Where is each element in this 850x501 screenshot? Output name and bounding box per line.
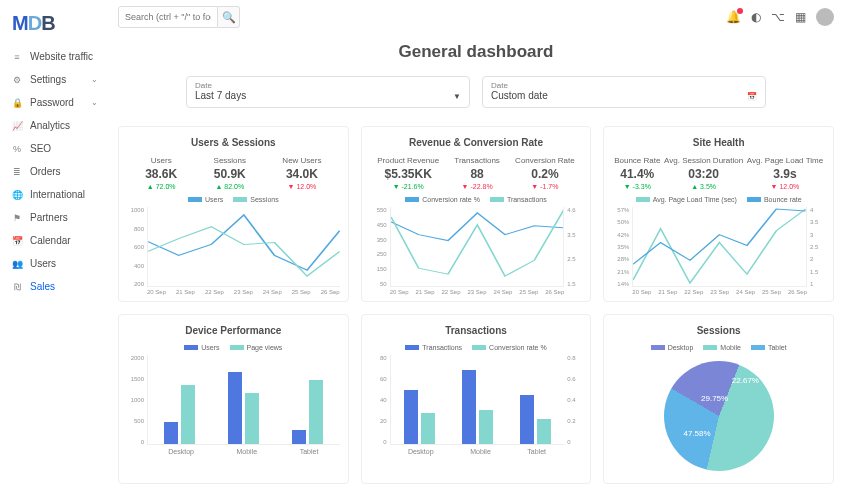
bar-group — [164, 385, 195, 444]
card-users-sessions: Users & Sessions Users38.6K▲ 72.0%Sessio… — [118, 126, 349, 302]
legend-item: Transactions — [490, 196, 547, 203]
card-title: Transactions — [370, 325, 583, 336]
sidebar-item-partners[interactable]: ⚑Partners — [0, 206, 110, 229]
legend-label: Conversion rate % — [489, 344, 547, 351]
date-custom-input[interactable]: Date Custom date 📅 — [482, 76, 766, 108]
grid-icon[interactable]: ▦ — [795, 10, 806, 24]
card-device-performance: Device Performance UsersPage views 20001… — [118, 314, 349, 484]
stat-delta: ▼ -1.7% — [515, 183, 575, 190]
legend-item: Page views — [230, 344, 283, 351]
date-preset-select[interactable]: Date Last 7 days ▼ — [186, 76, 470, 108]
stat-value: 50.9K — [214, 167, 246, 181]
line-chart: 1000800600400200 — [127, 207, 340, 287]
date-filters: Date Last 7 days ▼ Date Custom date 📅 — [186, 76, 766, 108]
bar — [181, 385, 195, 444]
stat-delta: ▼ -22.8% — [454, 183, 500, 190]
avatar[interactable] — [816, 8, 834, 26]
legend-label: Avg. Page Load Time (sec) — [653, 196, 737, 203]
dashboard-grid: Users & Sessions Users38.6K▲ 72.0%Sessio… — [118, 126, 834, 484]
bar — [462, 370, 476, 444]
legend-swatch — [747, 197, 761, 202]
card-sessions-pie: Sessions DesktopMobileTablet 22.67%47.58… — [603, 314, 834, 484]
sidebar-item-sales[interactable]: ₪Sales — [0, 275, 110, 298]
fill-icon[interactable]: ◐ — [751, 10, 761, 24]
card-transactions: Transactions TransactionsConversion rate… — [361, 314, 592, 484]
legend-item: Conversion rate % — [405, 196, 480, 203]
card-title: Revenue & Conversion Rate — [370, 137, 583, 148]
legend-swatch — [188, 197, 202, 202]
calendar-icon: 📅 — [747, 92, 757, 101]
nav-icon: 👥 — [12, 259, 22, 269]
legend-swatch — [405, 197, 419, 202]
sidebar-item-orders[interactable]: ≣Orders — [0, 160, 110, 183]
sidebar-item-label: Analytics — [30, 120, 70, 131]
stat-label: Avg. Session Duration — [664, 156, 743, 165]
search-icon: 🔍 — [222, 11, 236, 24]
bar — [309, 380, 323, 444]
legend-swatch — [230, 345, 244, 350]
legend-label: Transactions — [422, 344, 462, 351]
search: 🔍 — [118, 6, 240, 28]
sidebar-item-website-traffic[interactable]: ≡Website traffic — [0, 45, 110, 68]
stat-value: 3.9s — [747, 167, 823, 181]
sidebar-item-label: Users — [30, 258, 56, 269]
stat: Product Revenue$5.35KK▼ -21.6% — [377, 156, 439, 190]
bar-chart: 806040200 0.80.60.40.20 — [370, 355, 583, 445]
legend-label: Mobile — [720, 344, 741, 351]
sidebar-item-users[interactable]: 👥Users — [0, 252, 110, 275]
legend-label: Page views — [247, 344, 283, 351]
notifications-icon[interactable]: 🔔 — [726, 10, 741, 24]
card-title: Users & Sessions — [127, 137, 340, 148]
nav-icon: 📅 — [12, 236, 22, 246]
chevron-down-icon: ⌄ — [91, 75, 98, 84]
legend-swatch — [233, 197, 247, 202]
legend-label: Users — [201, 344, 219, 351]
sidebar-item-seo[interactable]: %SEO — [0, 137, 110, 160]
logo[interactable]: MDB — [0, 8, 110, 45]
stat: New Users34.0K▼ 12.0% — [282, 156, 321, 190]
stat-value: 03:20 — [664, 167, 743, 181]
sidebar-item-label: Partners — [30, 212, 68, 223]
sidebar-item-label: Settings — [30, 74, 66, 85]
legend-item: Users — [188, 196, 223, 203]
nav-icon: 📈 — [12, 121, 22, 131]
search-button[interactable]: 🔍 — [218, 6, 240, 28]
stat: Bounce Rate41.4%▼ -3.3% — [614, 156, 660, 190]
card-revenue: Revenue & Conversion Rate Product Revenu… — [361, 126, 592, 302]
legend-swatch — [184, 345, 198, 350]
legend-label: Conversion rate % — [422, 196, 480, 203]
top-icons: 🔔 ◐ ⌥ ▦ — [726, 8, 834, 26]
stat-delta: ▼ -21.6% — [377, 183, 439, 190]
stat-value: 0.2% — [515, 167, 575, 181]
bar-group — [292, 380, 323, 444]
bar — [245, 393, 259, 444]
card-site-health: Site Health Bounce Rate41.4%▼ -3.3%Avg. … — [603, 126, 834, 302]
legend-label: Transactions — [507, 196, 547, 203]
search-input[interactable] — [118, 6, 218, 28]
legend-item: Transactions — [405, 344, 462, 351]
sidebar-item-analytics[interactable]: 📈Analytics — [0, 114, 110, 137]
nav-icon: 🌐 — [12, 190, 22, 200]
stat: Users38.6K▲ 72.0% — [145, 156, 177, 190]
github-icon[interactable]: ⌥ — [771, 10, 785, 24]
bar — [404, 390, 418, 444]
stat-label: Users — [145, 156, 177, 165]
nav-icon: ₪ — [12, 282, 22, 292]
stat-delta: ▲ 72.0% — [145, 183, 177, 190]
bar-group — [462, 370, 493, 444]
legend-label: Sessions — [250, 196, 278, 203]
stat-delta: ▼ 12.0% — [747, 183, 823, 190]
bar-chart: 2000150010005000 — [127, 355, 340, 445]
legend-item: Desktop — [651, 344, 694, 351]
nav-icon: ⚙ — [12, 75, 22, 85]
legend-swatch — [703, 345, 717, 350]
stat: Sessions50.9K▲ 82.0% — [214, 156, 246, 190]
nav-icon: ⚑ — [12, 213, 22, 223]
sidebar-item-international[interactable]: 🌐International — [0, 183, 110, 206]
sidebar: MDB ≡Website traffic⚙Settings⌄🔒Password⌄… — [0, 0, 110, 501]
stat-delta: ▲ 3.5% — [664, 183, 743, 190]
bar-group — [228, 372, 259, 444]
sidebar-item-calendar[interactable]: 📅Calendar — [0, 229, 110, 252]
sidebar-item-settings[interactable]: ⚙Settings⌄ — [0, 68, 110, 91]
sidebar-item-password[interactable]: 🔒Password⌄ — [0, 91, 110, 114]
